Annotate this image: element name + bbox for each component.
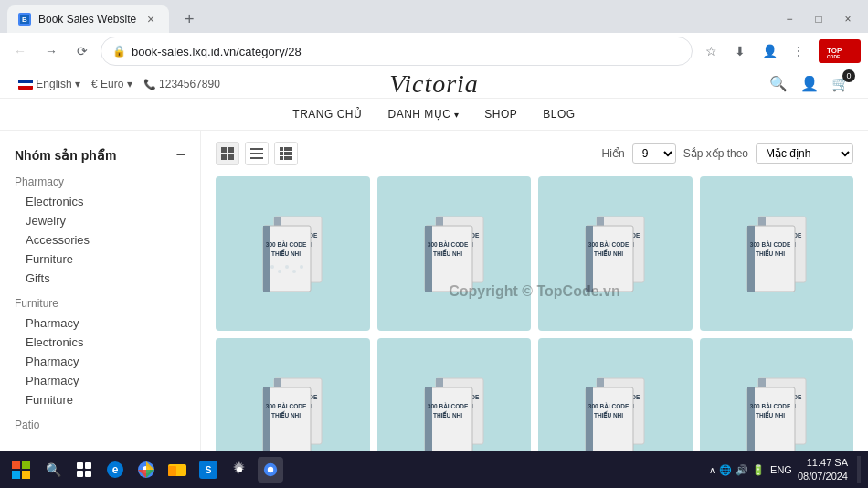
phone-display: 1234567890 (143, 78, 220, 90)
nav-item-trang-chu[interactable]: TRANG CHỦ (292, 108, 362, 121)
svg-text:THIẾU NHI: THIẾU NHI (594, 410, 623, 419)
close-button[interactable]: × (835, 6, 861, 32)
language-selector[interactable]: English ▾ (18, 78, 80, 90)
view-icons (216, 142, 298, 165)
active-tab[interactable]: B Book Sales Website × (7, 5, 169, 33)
search-taskbar-button[interactable]: 🔍 (40, 457, 66, 483)
svg-rect-68 (425, 387, 432, 451)
svg-point-30 (300, 265, 303, 269)
svg-text:300 BÀI CODE: 300 BÀI CODE (428, 402, 469, 409)
svg-rect-12 (280, 147, 283, 151)
network-icon[interactable]: 🌐 (719, 464, 732, 476)
sidebar: Nhóm sản phẩm − Pharmacy Electronics Jew… (0, 131, 201, 451)
svg-text:300 BÀI CODE: 300 BÀI CODE (588, 240, 630, 248)
tab-bar: B Book Sales Website × + − □ × (0, 0, 868, 33)
sidebar-item-electronics-1[interactable]: Electronics (15, 192, 185, 211)
sidebar-item-gifts[interactable]: Gifts (15, 269, 185, 288)
user-icon[interactable]: 👤 (800, 75, 819, 92)
sidebar-item-jewelry[interactable]: Jewelry (15, 211, 185, 230)
view-grid-button[interactable] (216, 142, 239, 165)
download-button[interactable]: ⬇ (727, 38, 753, 64)
chrome-taskbar-icon[interactable] (133, 457, 159, 483)
svg-rect-88 (22, 461, 30, 469)
svg-rect-15 (284, 152, 292, 155)
tab-title: Book Sales Website (38, 13, 136, 26)
edge-taskbar-icon[interactable]: e (102, 457, 128, 483)
brand-logo[interactable]: Victoria (389, 69, 479, 99)
svg-text:THIẾU NHI: THIẾU NHI (271, 249, 301, 257)
svg-text:S: S (206, 465, 212, 475)
top-bar-left: English ▾ € Euro ▾ 1234567890 (18, 78, 220, 90)
sidebar-item-pharmacy-3[interactable]: Pharmacy (15, 371, 185, 390)
maximize-button[interactable]: □ (806, 6, 831, 32)
product-card-7[interactable]: 300 BÀI CODE THIẾU NHI 300 BÀI CODE THIẾ… (538, 338, 693, 452)
product-card-4[interactable]: 300 BÀI CODE THIẾU NHI 300 BÀI CODE THIẾ… (700, 176, 854, 331)
refresh-button[interactable]: ⟳ (69, 38, 95, 64)
product-card-6[interactable]: 300 BÀI CODE THIẾU NHI 300 BÀI CODE THIẾ… (377, 338, 532, 452)
sidebar-item-electronics-2[interactable]: Electronics (15, 333, 185, 352)
battery-icon[interactable]: 🔋 (752, 464, 765, 476)
sidebar-item-pharmacy-1[interactable]: Pharmacy (15, 313, 185, 333)
items-per-page-select[interactable]: 9 12 24 (632, 143, 676, 164)
show-desktop-button[interactable] (857, 456, 861, 483)
language-indicator[interactable]: ENG (770, 464, 792, 475)
active-chrome-taskbar[interactable] (258, 457, 283, 483)
chevron-icon[interactable]: ∧ (709, 465, 715, 475)
svg-rect-8 (228, 154, 234, 160)
start-button[interactable] (7, 456, 35, 483)
svg-rect-10 (250, 153, 263, 154)
svg-point-28 (285, 265, 289, 269)
svg-rect-14 (280, 152, 283, 155)
product-card-5[interactable]: 300 BÀI CODE THIẾU NHI 300 BÀI CODE THIẾ… (216, 338, 370, 452)
url-box[interactable]: 🔒 book-sales.lxq.id.vn/category/28 (101, 37, 693, 66)
product-card-3[interactable]: 300 BÀI CODE THIẾU NHI 300 BÀI CODE THIẾ… (538, 176, 693, 331)
nav-item-shop[interactable]: SHOP (484, 108, 517, 121)
main-nav: TRANG CHỦ DANH MỤC SHOP BLOG (0, 99, 868, 131)
folder-taskbar-icon[interactable] (164, 457, 190, 483)
nav-item-blog[interactable]: BLOG (543, 108, 575, 121)
view-list-button[interactable] (245, 142, 269, 165)
view-compact-button[interactable] (274, 142, 298, 165)
topcode-logo: TOPCODE (819, 39, 861, 63)
cart-button[interactable]: 🛒 0 (831, 75, 850, 92)
volume-icon[interactable]: 🔊 (736, 464, 748, 476)
nav-item-danh-muc[interactable]: DANH MỤC (388, 108, 460, 121)
product-area: Hiển 9 12 24 Sắp xếp theo Mặc định Giá t… (201, 131, 868, 451)
address-bar: ← → ⟳ 🔒 book-sales.lxq.id.vn/category/28… (0, 33, 868, 69)
sidebar-item-furniture-1[interactable]: Furniture (15, 249, 185, 269)
new-tab-button[interactable]: + (176, 6, 202, 32)
svg-text:THIẾU NHI: THIẾU NHI (433, 249, 462, 257)
task-view-button[interactable] (71, 457, 97, 483)
sidebar-item-accessories[interactable]: Accessories (15, 230, 185, 249)
profile-button[interactable]: 👤 (757, 38, 782, 64)
product-card-8[interactable]: 300 BÀI CODE THIẾU NHI 300 BÀI CODE THIẾ… (700, 338, 854, 452)
taskbar-datetime[interactable]: 11:47 SA 08/07/2024 (798, 456, 848, 484)
product-card-1[interactable]: 300 BÀI CODE THIẾU NHI 300 BÀI CODE THIẾ… (216, 176, 370, 331)
minimize-button[interactable]: − (777, 6, 802, 32)
tab-close-button[interactable]: × (143, 12, 158, 27)
product-card-2[interactable]: 300 BÀI CODE THIẾU NHI 300 BÀI CODE THIẾ… (377, 176, 532, 331)
sidebar-toggle[interactable]: − (175, 145, 185, 164)
sidebar-item-pharmacy-2[interactable]: Pharmacy (15, 352, 185, 371)
product-toolbar: Hiển 9 12 24 Sắp xếp theo Mặc định Giá t… (216, 142, 853, 165)
svg-text:300 BÀI CODE: 300 BÀI CODE (750, 240, 791, 248)
sort-label: Sắp xếp theo (683, 147, 748, 160)
product-grid: 300 BÀI CODE THIẾU NHI 300 BÀI CODE THIẾ… (216, 176, 853, 451)
search-icon[interactable]: 🔍 (769, 75, 788, 92)
store-taskbar-icon[interactable]: S (196, 457, 221, 483)
svg-rect-94 (85, 471, 91, 477)
sidebar-item-furniture-2[interactable]: Furniture (15, 390, 185, 409)
svg-text:300 BÀI CODE: 300 BÀI CODE (266, 240, 307, 248)
currency-selector[interactable]: € Euro ▾ (91, 78, 132, 90)
system-tray: ∧ 🌐 🔊 🔋 (709, 464, 765, 476)
sort-select[interactable]: Mặc định Giá tăng dần Giá giảm dần (756, 143, 853, 164)
settings-taskbar-icon[interactable] (227, 457, 252, 483)
bookmark-button[interactable]: ☆ (698, 38, 724, 64)
forward-button[interactable]: → (38, 38, 64, 64)
svg-text:300 BÀI CODE: 300 BÀI CODE (750, 402, 791, 409)
svg-text:THIẾU NHI: THIẾU NHI (594, 249, 623, 257)
back-button[interactable]: ← (7, 38, 33, 64)
svg-rect-90 (22, 471, 30, 479)
site-wrapper: English ▾ € Euro ▾ 1234567890 Victoria 🔍… (0, 69, 868, 451)
extensions-button[interactable]: ⋮ (786, 38, 811, 64)
